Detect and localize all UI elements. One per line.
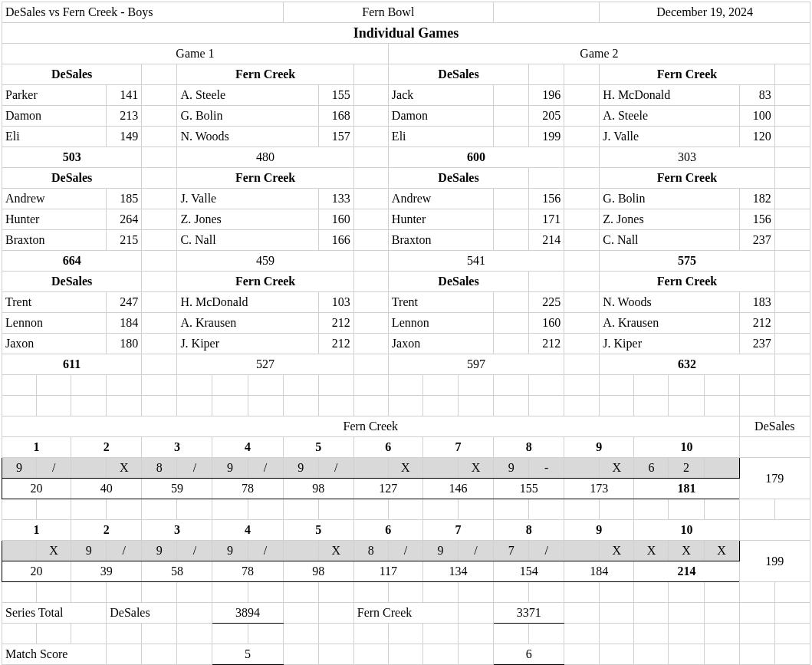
player-score: 100 bbox=[739, 106, 774, 127]
player-score: 196 bbox=[529, 85, 564, 106]
group-total: 480 bbox=[177, 147, 353, 168]
player-name: Eli bbox=[388, 127, 493, 147]
player-score: 157 bbox=[318, 127, 353, 147]
match-score-label: Match Score bbox=[2, 644, 107, 665]
game-2-label: Game 2 bbox=[388, 44, 810, 64]
team-header: DeSales bbox=[388, 64, 528, 85]
baker-final: 181 bbox=[634, 479, 739, 499]
player-score: 168 bbox=[318, 106, 353, 127]
section-title: Individual Games bbox=[2, 23, 810, 44]
player-name: A. Steele bbox=[600, 106, 739, 127]
player-score: 141 bbox=[107, 85, 142, 106]
player-score: 205 bbox=[529, 106, 564, 127]
match-title: DeSales vs Fern Creek - Boys bbox=[2, 2, 284, 23]
team-header: Fern Creek bbox=[600, 64, 774, 85]
series-total-a: 3894 bbox=[212, 603, 283, 624]
player-name: Eli bbox=[2, 127, 107, 147]
player-name: H. McDonald bbox=[600, 85, 739, 106]
group-total: 503 bbox=[2, 147, 142, 168]
group-total: 600 bbox=[388, 147, 564, 168]
match-score-b: 6 bbox=[494, 644, 564, 665]
baker-team: Fern Creek bbox=[2, 416, 740, 437]
player-name: J. Valle bbox=[600, 127, 739, 147]
player-score: 155 bbox=[318, 85, 353, 106]
player-name: Jack bbox=[388, 85, 493, 106]
series-total-b: 3371 bbox=[494, 603, 564, 624]
date: December 19, 2024 bbox=[600, 2, 810, 23]
player-name: Damon bbox=[2, 106, 107, 127]
baker-vs-team: DeSales bbox=[739, 416, 810, 437]
game-1-label: Game 1 bbox=[2, 44, 389, 64]
team-header: DeSales bbox=[2, 64, 142, 85]
match-score-a: 5 bbox=[212, 644, 283, 665]
player-score: 149 bbox=[107, 127, 142, 147]
player-name: Damon bbox=[388, 106, 493, 127]
baker-opp-score: 199 bbox=[739, 541, 810, 582]
group-total: 303 bbox=[600, 147, 774, 168]
baker-opp-score: 179 bbox=[739, 458, 810, 499]
player-score: 199 bbox=[529, 127, 564, 147]
series-total-label: Series Total bbox=[2, 603, 107, 624]
player-name: G. Bolin bbox=[177, 106, 318, 127]
player-score: 213 bbox=[107, 106, 142, 127]
player-name: Parker bbox=[2, 85, 107, 106]
venue: Fern Bowl bbox=[283, 2, 493, 23]
scoresheet-table: DeSales vs Fern Creek - Boys Fern Bowl D… bbox=[2, 2, 810, 665]
player-name: A. Steele bbox=[177, 85, 318, 106]
player-score: 83 bbox=[739, 85, 774, 106]
team-header: Fern Creek bbox=[177, 64, 353, 85]
player-score: 120 bbox=[739, 127, 774, 147]
baker-final: 214 bbox=[634, 561, 739, 582]
player-name: N. Woods bbox=[177, 127, 318, 147]
